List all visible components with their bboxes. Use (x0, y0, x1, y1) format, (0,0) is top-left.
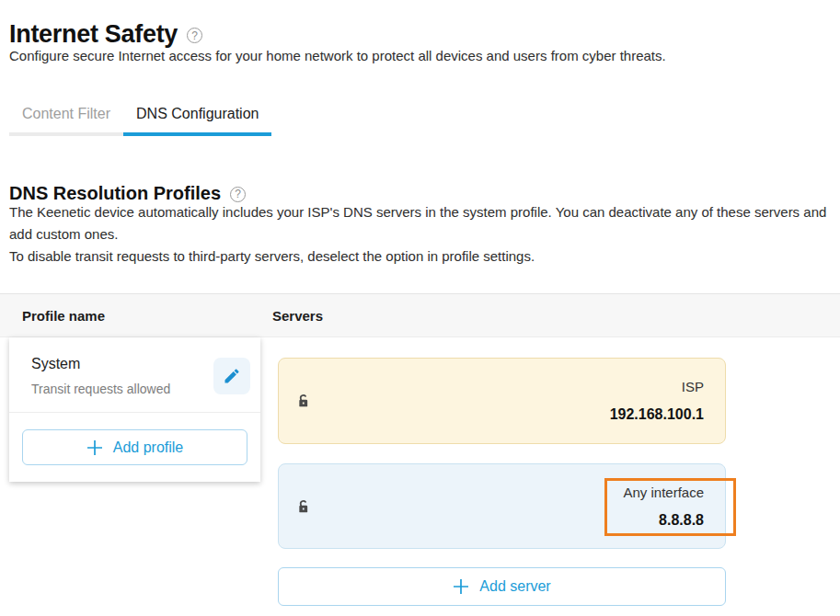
plus-icon (453, 578, 469, 595)
profile-name: System (31, 356, 80, 372)
server-card-any-interface[interactable]: Any interface 8.8.8.8 (278, 463, 726, 549)
page-subtitle: Configure secure Internet access for you… (9, 48, 666, 63)
profile-status: Transit requests allowed (31, 382, 170, 396)
server-binding: ISP (682, 379, 704, 394)
add-profile-button[interactable]: Add profile (22, 429, 247, 465)
tab-dns-configuration[interactable]: DNS Configuration (123, 98, 271, 136)
help-icon[interactable]: ? (230, 187, 246, 202)
description-line: To disable transit requests to third-par… (9, 245, 835, 268)
panel-divider (9, 412, 260, 413)
lock-open-icon (296, 499, 311, 514)
column-header-servers: Servers (272, 308, 323, 324)
page-title: Internet Safety ? (9, 20, 202, 49)
help-icon[interactable]: ? (187, 28, 202, 43)
server-binding: Any interface (623, 485, 704, 500)
server-info: ISP 192.168.100.1 (610, 379, 704, 423)
server-address: 8.8.8.8 (659, 512, 704, 529)
lock-open-icon (296, 394, 311, 408)
add-profile-label: Add profile (113, 439, 184, 456)
server-address: 192.168.100.1 (610, 406, 704, 423)
server-info: Any interface 8.8.8.8 (623, 485, 704, 529)
add-server-button[interactable]: Add server (278, 567, 726, 606)
profile-row-system[interactable]: System Transit requests allowed (9, 337, 260, 412)
server-card-isp[interactable]: ISP 192.168.100.1 (278, 358, 726, 444)
plus-icon (86, 439, 103, 456)
tab-bar: Content Filter DNS Configuration (9, 98, 271, 136)
description-line: The Keenetic device automatically includ… (9, 201, 835, 245)
column-header-profile-name: Profile name (22, 308, 105, 324)
edit-profile-button[interactable] (213, 358, 250, 394)
tab-content-filter[interactable]: Content Filter (9, 98, 123, 136)
dns-profiles-description: The Keenetic device automatically includ… (9, 201, 835, 268)
page-title-text: Internet Safety (9, 20, 178, 49)
profiles-panel: System Transit requests allowed Add prof… (9, 337, 260, 482)
add-server-label: Add server (479, 578, 550, 595)
profiles-table-header: Profile name Servers (0, 293, 840, 337)
pencil-icon (223, 367, 241, 385)
